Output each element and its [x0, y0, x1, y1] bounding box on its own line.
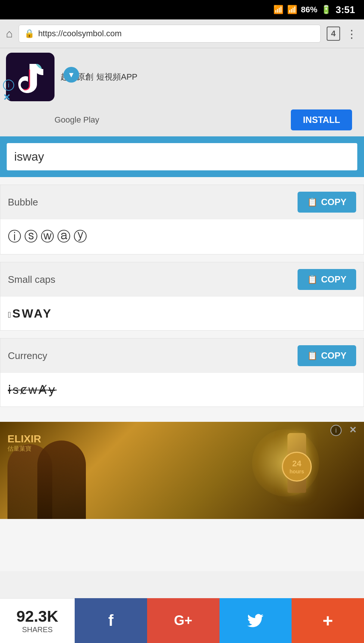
bottom-ad-content: ELIXIR 估量菓寶 24 hours i ✕: [0, 422, 364, 519]
result-card-currency: Currency 📋 COPY ɨsȼwȺɏ: [0, 338, 364, 407]
copy-label-bubble: COPY: [321, 197, 346, 207]
url-bar[interactable]: 🔒 https://coolsymbol.com: [19, 25, 321, 43]
ad-info-icon[interactable]: i: [3, 80, 14, 91]
menu-dots-icon[interactable]: ⋮: [346, 27, 358, 40]
elixir-brand: ELIXIR: [7, 433, 41, 445]
copy-icon-smallcaps: 📋: [307, 275, 317, 284]
copy-label-smallcaps: COPY: [321, 274, 346, 285]
result-header-smallcaps: Small caps 📋 COPY: [0, 262, 364, 297]
ad-dropdown-icon[interactable]: ▼: [63, 67, 79, 83]
ad-badge-24: 24 hours: [282, 452, 312, 482]
result-title-currency: Currency: [8, 350, 47, 362]
badge-hours-label: hours: [290, 469, 304, 474]
copy-button-bubble[interactable]: 📋 COPY: [298, 192, 356, 213]
ad-app-subtitle: 短視頻APP: [96, 71, 137, 83]
battery-level: 86%: [301, 5, 317, 15]
result-body-currency: ɨsȼwȺɏ: [0, 373, 364, 406]
share-label: SHARES: [22, 625, 53, 634]
browser-bar: ⌂ 🔒 https://coolsymbol.com 4 ⋮: [0, 19, 364, 48]
result-header-currency: Currency 📋 COPY: [0, 338, 364, 373]
share-more-button[interactable]: +: [292, 598, 364, 643]
gplus-icon: G+: [174, 613, 192, 628]
share-bar: 92.3K SHARES f G+ +: [0, 598, 364, 643]
url-text: https://coolsymbol.com: [38, 29, 122, 38]
result-body-bubble: ⓘⓢⓦⓐⓨ: [0, 219, 364, 254]
result-body-smallcaps: ɪSWAY: [0, 297, 364, 330]
search-input[interactable]: [6, 142, 358, 171]
elixir-sub: 估量菓寶: [7, 445, 31, 453]
bottom-ad: ELIXIR 估量菓寶 24 hours i ✕: [0, 422, 364, 519]
wifi-icon: 📶: [273, 5, 283, 15]
status-time: 3:51: [336, 4, 355, 16]
share-gplus-button[interactable]: G+: [147, 598, 220, 643]
share-number: 92.3K: [16, 608, 58, 625]
copy-button-smallcaps[interactable]: 📋 COPY: [298, 269, 356, 290]
ad-text-area: 超棒原創 ▼ 短視頻APP: [60, 71, 358, 83]
result-card-smallcaps: Small caps 📋 COPY ɪSWAY: [0, 262, 364, 331]
battery-icon: 🔋: [321, 5, 331, 15]
twitter-icon: [247, 614, 264, 627]
home-icon[interactable]: ⌂: [6, 27, 13, 40]
tiktok-logo: [15, 60, 45, 94]
status-icons: 📶 📶 86% 🔋: [273, 5, 331, 15]
ad-app-icon: [6, 53, 55, 101]
bubble-preview: ⓘⓢⓦⓐⓨ: [8, 228, 90, 246]
more-icon: +: [323, 610, 333, 631]
share-twitter-button[interactable]: [220, 598, 292, 643]
google-play-label: Google Play: [55, 115, 99, 125]
smallcaps-preview: ɪSWAY: [8, 307, 52, 321]
bottom-ad-close-icon[interactable]: ✕: [349, 425, 357, 435]
facebook-icon: f: [108, 612, 113, 630]
ad-close-icon[interactable]: ✕: [3, 92, 10, 103]
main-content: Bubble 📋 COPY ⓘⓢⓦⓐⓨ Small caps 📋 COPY ɪS…: [0, 136, 364, 571]
bottom-ad-info-icon[interactable]: i: [330, 425, 342, 436]
search-container: [0, 136, 364, 177]
copy-button-currency[interactable]: 📋 COPY: [298, 345, 356, 366]
tab-count[interactable]: 4: [327, 27, 340, 41]
result-header-bubble: Bubble 📋 COPY: [0, 185, 364, 219]
badge-hours-number: 24: [292, 459, 301, 469]
result-card-bubble: Bubble 📋 COPY ⓘⓢⓦⓐⓨ: [0, 185, 364, 254]
share-facebook-button[interactable]: f: [75, 598, 147, 643]
result-title-bubble: Bubble: [8, 197, 38, 208]
copy-icon-bubble: 📋: [307, 197, 317, 207]
status-bar: 📶 📶 86% 🔋 3:51: [0, 0, 364, 19]
install-button[interactable]: INSTALL: [291, 109, 352, 130]
signal-icon: 📶: [287, 5, 297, 15]
currency-preview: ɨsȼwȺɏ: [8, 383, 57, 397]
result-title-smallcaps: Small caps: [8, 274, 55, 285]
copy-label-currency: COPY: [321, 350, 346, 361]
lock-icon: 🔒: [24, 29, 34, 38]
copy-icon-currency: 📋: [307, 351, 317, 361]
share-count-area: 92.3K SHARES: [0, 598, 75, 643]
ad-banner-top: 超棒原創 ▼ 短視頻APP i ✕: [0, 48, 364, 106]
